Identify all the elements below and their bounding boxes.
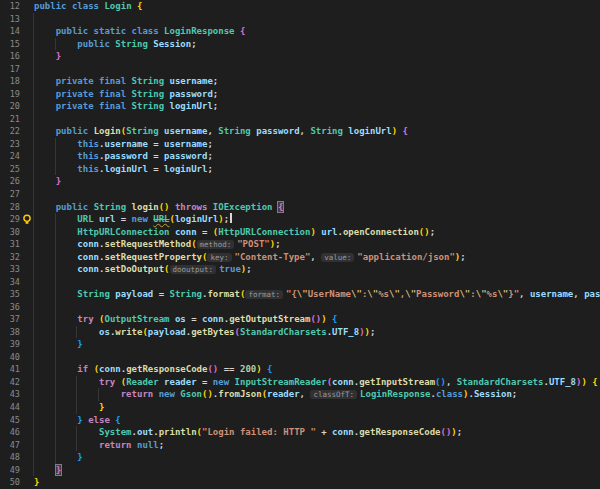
line-number[interactable]: 47 — [0, 439, 20, 452]
code-line[interactable]: 35 String payload = String.format(format… — [0, 288, 600, 301]
code-token: true — [219, 264, 241, 274]
line-number[interactable]: 44 — [0, 401, 20, 414]
code-token: \" — [497, 289, 508, 299]
code-line[interactable]: 49 } — [0, 464, 600, 477]
line-number[interactable]: 30 — [0, 226, 20, 239]
code-token: { — [267, 364, 272, 374]
code-token: ; — [460, 252, 465, 262]
code-line[interactable]: 13 — [0, 13, 600, 26]
code-line[interactable]: 46 System.out.println("Login failed: HTT… — [0, 426, 600, 439]
code-token: println — [159, 427, 197, 437]
code-token: String — [170, 289, 203, 299]
lightbulb-icon[interactable] — [22, 214, 32, 225]
code-token: String — [115, 39, 148, 49]
line-number[interactable]: 13 — [0, 13, 20, 26]
code-token: username — [164, 126, 207, 136]
code-token: conn — [332, 377, 354, 387]
line-number[interactable]: 29 — [0, 213, 20, 226]
code-token: username — [169, 76, 212, 86]
code-token: , — [446, 377, 457, 387]
code-line[interactable]: 30 HttpURLConnection conn = (HttpURLConn… — [0, 226, 600, 239]
code-line[interactable]: 32 conn.setRequestProperty(key:"Content-… — [0, 251, 600, 264]
code-line[interactable]: 39 } — [0, 338, 600, 351]
line-number[interactable]: 28 — [0, 201, 20, 214]
line-number[interactable]: 15 — [0, 38, 20, 51]
line-number[interactable]: 36 — [0, 301, 20, 314]
line-number[interactable]: 49 — [0, 464, 20, 477]
code-token — [34, 39, 77, 49]
line-number[interactable]: 16 — [0, 50, 20, 63]
line-number[interactable]: 17 — [0, 63, 20, 76]
code-line[interactable]: 40 — [0, 351, 600, 364]
line-number[interactable]: 21 — [0, 113, 20, 126]
line-number[interactable]: 40 — [0, 351, 20, 364]
code-line[interactable]: 41 if (conn.getResponseCode() == 200) { — [0, 363, 600, 376]
line-number[interactable]: 39 — [0, 338, 20, 351]
code-token: password — [164, 151, 207, 161]
line-number[interactable]: 37 — [0, 313, 20, 326]
line-number[interactable]: 22 — [0, 125, 20, 138]
line-number[interactable]: 31 — [0, 238, 20, 251]
line-number[interactable]: 33 — [0, 263, 20, 276]
code-line[interactable]: 29 URL url = new URL(loginUrl); — [0, 213, 600, 226]
line-number[interactable]: 14 — [0, 25, 20, 38]
code-line[interactable]: 48 } — [0, 451, 600, 464]
code-line[interactable]: 22 public Login(String username, String … — [0, 125, 600, 138]
line-number[interactable]: 45 — [0, 414, 20, 427]
code-line[interactable]: 34 — [0, 276, 600, 289]
line-number[interactable]: 19 — [0, 88, 20, 101]
line-number[interactable]: 18 — [0, 75, 20, 88]
code-token: getResponseCode — [126, 364, 207, 374]
code-token — [34, 364, 77, 374]
code-line[interactable]: 33 conn.setDoOutput(dooutput:true); — [0, 263, 600, 276]
code-line[interactable]: 15 public String Session; — [0, 38, 600, 51]
line-number[interactable]: 12 — [0, 0, 20, 13]
code-line[interactable]: 19 private final String password; — [0, 88, 600, 101]
code-line[interactable]: 14 public static class LoginResponse { — [0, 25, 600, 38]
code-token: () — [202, 389, 213, 399]
line-number[interactable]: 43 — [0, 388, 20, 401]
line-number[interactable]: 35 — [0, 288, 20, 301]
code-token: payload — [148, 327, 186, 337]
code-line[interactable]: 43 return new Gson().fromJson(reader, cl… — [0, 388, 600, 401]
line-number[interactable]: 48 — [0, 451, 20, 464]
line-number[interactable]: 42 — [0, 376, 20, 389]
line-number[interactable]: 26 — [0, 175, 20, 188]
line-number[interactable]: 34 — [0, 276, 20, 289]
gutter-glyph-margin — [20, 13, 34, 26]
gutter-glyph-margin — [20, 251, 34, 264]
line-number[interactable]: 25 — [0, 163, 20, 176]
line-number[interactable]: 50 — [0, 476, 20, 489]
code-line[interactable]: 24 this.password = password; — [0, 150, 600, 163]
code-line[interactable]: 44 } — [0, 401, 600, 414]
code-line[interactable]: 38 os.write(payload.getBytes(StandardCha… — [0, 326, 600, 339]
code-line[interactable]: 17 — [0, 63, 600, 76]
line-number[interactable]: 24 — [0, 150, 20, 163]
code-line[interactable]: 28 public String login() throws IOExcept… — [0, 201, 600, 214]
line-number[interactable]: 27 — [0, 188, 20, 201]
code-line[interactable]: 20 private final String loginUrl; — [0, 100, 600, 113]
code-line[interactable]: 12public class Login { — [0, 0, 600, 13]
code-editor[interactable]: 12public class Login {1314 public static… — [0, 0, 600, 489]
code-line[interactable]: 50} — [0, 476, 600, 489]
line-number[interactable]: 38 — [0, 326, 20, 339]
code-line[interactable]: 47 return null; — [0, 439, 600, 452]
code-line[interactable]: 31 conn.setRequestMethod(method:"POST"); — [0, 238, 600, 251]
code-line[interactable]: 25 this.loginUrl = loginUrl; — [0, 163, 600, 176]
line-number[interactable]: 32 — [0, 251, 20, 264]
code-line[interactable]: 45 } else { — [0, 414, 600, 427]
code-line[interactable]: 16 } — [0, 50, 600, 63]
code-line[interactable]: 18 private final String username; — [0, 75, 600, 88]
line-number[interactable]: 23 — [0, 138, 20, 151]
code-line[interactable]: 42 try (Reader reader = new InputStreamR… — [0, 376, 600, 389]
code-token: } — [34, 477, 39, 487]
code-line[interactable]: 23 this.username = username; — [0, 138, 600, 151]
code-line[interactable]: 21 — [0, 113, 600, 126]
code-line[interactable]: 36 — [0, 301, 600, 314]
line-number[interactable]: 20 — [0, 100, 20, 113]
code-line[interactable]: 27 — [0, 188, 600, 201]
code-line[interactable]: 26 } — [0, 175, 600, 188]
line-number[interactable]: 46 — [0, 426, 20, 439]
line-number[interactable]: 41 — [0, 363, 20, 376]
code-line[interactable]: 37 try (OutputStream os = conn.getOutput… — [0, 313, 600, 326]
